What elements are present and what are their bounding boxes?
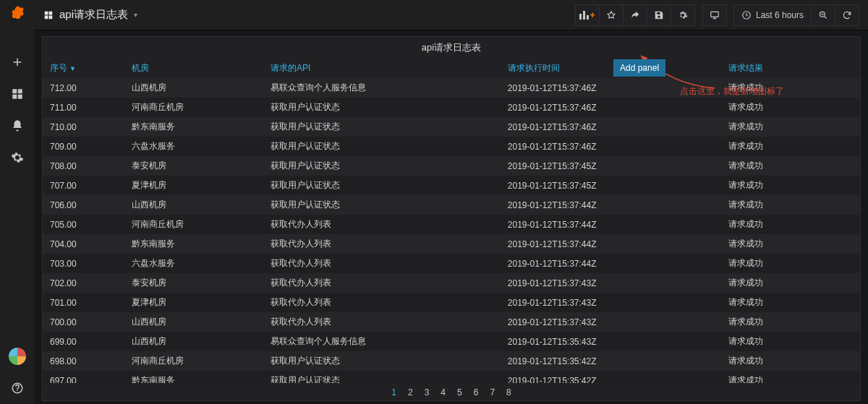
help-button[interactable] bbox=[3, 377, 32, 400]
cycle-view-button[interactable] bbox=[702, 4, 727, 26]
table-row[interactable]: 701.00夏津机房获取代办人列表2019-01-12T15:37:43Z请求成… bbox=[43, 293, 860, 312]
column-header[interactable]: 序号▼ bbox=[43, 59, 124, 78]
plus-icon: + bbox=[590, 9, 595, 20]
table-cell: 获取用户认证状态 bbox=[263, 195, 501, 215]
dashboard-title-dropdown[interactable]: api请求日志表 ▾ bbox=[43, 8, 137, 22]
table-row[interactable]: 702.00泰安机房获取代办人列表2019-01-12T15:37:43Z请求成… bbox=[43, 273, 860, 293]
side-nav bbox=[0, 0, 35, 404]
table-row[interactable]: 700.00山西机房获取代办人列表2019-01-12T15:37:43Z请求成… bbox=[43, 312, 860, 332]
table-cell: 701.00 bbox=[43, 293, 124, 312]
table-row[interactable]: 706.00山西机房获取用户认证状态2019-01-12T15:37:44Z请求… bbox=[43, 195, 860, 215]
page-number[interactable]: 3 bbox=[425, 387, 430, 397]
table-row[interactable]: 697.00黔东南服务获取用户认证状态2019-01-12T15:35:42Z请… bbox=[43, 371, 860, 383]
dashboards-button[interactable] bbox=[3, 82, 32, 106]
table-cell: 2019-01-12T15:35:42Z bbox=[501, 371, 721, 383]
grafana-logo-icon[interactable] bbox=[7, 4, 27, 25]
zoom-out-icon bbox=[818, 10, 828, 20]
page-number[interactable]: 8 bbox=[506, 387, 511, 397]
save-icon bbox=[654, 10, 664, 20]
zoom-out-button[interactable] bbox=[811, 4, 835, 26]
table-row[interactable]: 710.00黔东南服务获取用户认证状态2019-01-12T15:37:46Z请… bbox=[43, 117, 860, 137]
table-cell: 河南商丘机房 bbox=[124, 215, 263, 234]
table-cell: 请求成功 bbox=[721, 371, 860, 383]
table-cell: 2019-01-12T15:37:45Z bbox=[501, 156, 721, 176]
page-number[interactable]: 6 bbox=[474, 387, 479, 397]
annotation-text: 点击这里，就是新增图标了 bbox=[680, 85, 784, 98]
table-cell: 697.00 bbox=[43, 371, 124, 383]
table-cell: 2019-01-12T15:37:43Z bbox=[501, 293, 721, 312]
page-number[interactable]: 4 bbox=[441, 387, 446, 397]
data-table: 序号▼机房请求的API请求执行时间请求结果 712.00山西机房易联众查询个人服… bbox=[43, 59, 860, 383]
table-cell: 请求成功 bbox=[721, 273, 860, 293]
table-cell: 2019-01-12T15:37:45Z bbox=[501, 176, 721, 195]
table-cell: 请求成功 bbox=[721, 117, 860, 137]
table-row[interactable]: 707.00夏津机房获取用户认证状态2019-01-12T15:37:45Z请求… bbox=[43, 176, 860, 195]
table-cell: 请求成功 bbox=[721, 195, 860, 215]
table-cell: 六盘水服务 bbox=[124, 137, 263, 156]
table-cell: 黔东南服务 bbox=[124, 234, 263, 254]
page-number[interactable]: 5 bbox=[457, 387, 462, 397]
table-cell: 702.00 bbox=[43, 273, 124, 293]
table-cell: 2019-01-12T15:35:42Z bbox=[501, 351, 721, 371]
top-toolbar: api请求日志表 ▾ + La bbox=[35, 0, 868, 30]
table-row[interactable]: 703.00六盘水服务获取代办人列表2019-01-12T15:37:44Z请求… bbox=[43, 254, 860, 273]
table-cell: 708.00 bbox=[43, 156, 124, 176]
panel-title[interactable]: api请求日志表 bbox=[43, 37, 860, 59]
table-cell: 请求成功 bbox=[721, 176, 860, 195]
table-cell: 获取用户认证状态 bbox=[263, 156, 501, 176]
table-cell: 河南商丘机房 bbox=[124, 351, 263, 371]
time-range-picker[interactable]: Last 6 hours bbox=[733, 4, 812, 26]
table-cell: 700.00 bbox=[43, 312, 124, 332]
table-cell: 获取用户认证状态 bbox=[263, 351, 501, 371]
settings-button[interactable] bbox=[671, 4, 695, 26]
table-cell: 2019-01-12T15:37:43Z bbox=[501, 312, 721, 332]
configuration-button[interactable] bbox=[3, 146, 32, 169]
table-cell: 707.00 bbox=[43, 176, 124, 195]
table-cell: 请求成功 bbox=[721, 98, 860, 117]
table-cell: 黔东南服务 bbox=[124, 371, 263, 383]
column-header[interactable]: 机房 bbox=[124, 59, 263, 78]
table-cell: 710.00 bbox=[43, 117, 124, 137]
column-header[interactable]: 请求结果 bbox=[721, 59, 860, 78]
table-cell: 711.00 bbox=[43, 98, 124, 117]
sort-desc-icon: ▼ bbox=[69, 65, 76, 72]
table-cell: 712.00 bbox=[43, 78, 124, 98]
table-row[interactable]: 711.00河南商丘机房获取用户认证状态2019-01-12T15:37:46Z… bbox=[43, 98, 860, 117]
share-button[interactable] bbox=[623, 4, 647, 26]
table-cell: 黔东南服务 bbox=[124, 117, 263, 137]
table-row[interactable]: 699.00山西机房易联众查询个人服务信息2019-01-12T15:35:43… bbox=[43, 332, 860, 351]
page-number[interactable]: 2 bbox=[408, 387, 413, 397]
svg-rect-1 bbox=[711, 12, 719, 17]
table-cell: 获取用户认证状态 bbox=[263, 137, 501, 156]
star-button[interactable] bbox=[599, 4, 624, 26]
bar-chart-icon bbox=[579, 11, 589, 20]
create-button[interactable] bbox=[3, 51, 32, 74]
save-button[interactable] bbox=[647, 4, 671, 26]
alerting-button[interactable] bbox=[3, 114, 32, 137]
page-number[interactable]: 1 bbox=[391, 387, 396, 397]
add-panel-button[interactable]: + bbox=[575, 4, 600, 26]
table-cell: 河南商丘机房 bbox=[124, 98, 263, 117]
clock-icon bbox=[741, 10, 752, 20]
table-row[interactable]: 708.00泰安机房获取用户认证状态2019-01-12T15:37:45Z请求… bbox=[43, 156, 860, 176]
table-row[interactable]: 698.00河南商丘机房获取用户认证状态2019-01-12T15:35:42Z… bbox=[43, 351, 860, 371]
table-cell: 2019-01-12T15:37:46Z bbox=[501, 137, 721, 156]
add-panel-tooltip: Add panel bbox=[613, 59, 665, 77]
table-row[interactable]: 704.00黔东南服务获取代办人列表2019-01-12T15:37:44Z请求… bbox=[43, 234, 860, 254]
table-cell: 2019-01-12T15:35:43Z bbox=[501, 332, 721, 351]
table-cell: 请求成功 bbox=[721, 156, 860, 176]
table-cell: 706.00 bbox=[43, 195, 124, 215]
column-header[interactable]: 请求执行时间 bbox=[501, 59, 721, 78]
page-number[interactable]: 7 bbox=[490, 387, 495, 397]
table-row[interactable]: 709.00六盘水服务获取用户认证状态2019-01-12T15:37:46Z请… bbox=[43, 137, 860, 156]
table-cell: 请求成功 bbox=[721, 234, 860, 254]
chevron-down-icon: ▾ bbox=[134, 11, 137, 19]
user-avatar[interactable] bbox=[9, 348, 26, 365]
table-cell: 山西机房 bbox=[124, 195, 263, 215]
table-row[interactable]: 705.00河南商丘机房获取代办人列表2019-01-12T15:37:44Z请… bbox=[43, 215, 860, 234]
column-header[interactable]: 请求的API bbox=[263, 59, 501, 78]
refresh-button[interactable] bbox=[835, 4, 859, 26]
share-icon bbox=[630, 10, 640, 20]
monitor-icon bbox=[710, 10, 720, 20]
table-cell: 获取代办人列表 bbox=[263, 215, 501, 234]
